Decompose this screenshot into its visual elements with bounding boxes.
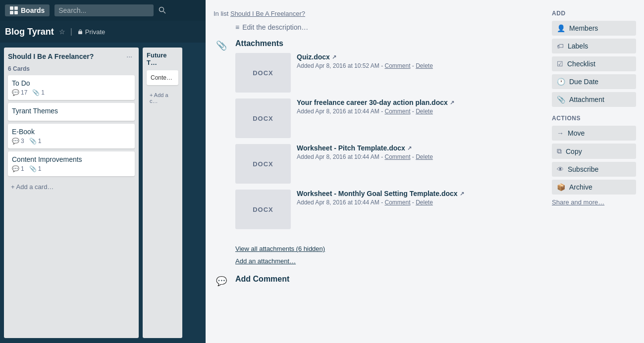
labels-label: Labels bbox=[568, 43, 588, 50]
attachment-name-4: Worksheet - Monthly Goal Setting Templat… bbox=[297, 190, 544, 197]
add-comment-section: 💬 Add Comment bbox=[214, 275, 544, 289]
add-card-button-2[interactable]: + Add a c… bbox=[147, 90, 178, 106]
checklist-icon: ☑ bbox=[557, 60, 563, 68]
archive-button[interactable]: 📦 Archive bbox=[552, 180, 636, 195]
card-title: Tyrant Themes bbox=[12, 107, 131, 115]
attachment-info-1: Quiz.docx ↗ Added Apr 8, 2016 at 10:52 A… bbox=[297, 53, 544, 69]
board-title: Blog Tyrant bbox=[5, 27, 54, 37]
attachment-meta-2: Added Apr 8, 2016 at 10:44 AM - Comment … bbox=[297, 108, 544, 115]
attachments-title: Attachments bbox=[235, 43, 544, 48]
attachment-comment-1[interactable]: Comment bbox=[384, 62, 410, 69]
paperclip-sidebar-icon: 📎 bbox=[557, 96, 565, 103]
card-ebook[interactable]: E-Book 💬 3 📎 1 bbox=[8, 124, 135, 148]
svg-rect-0 bbox=[10, 6, 13, 10]
attachment-label: Attachment bbox=[569, 96, 604, 103]
attachment-info-4: Worksheet - Monthly Goal Setting Templat… bbox=[297, 190, 544, 206]
attachment-link-1[interactable]: Quiz.docx bbox=[297, 53, 330, 61]
attachment-button[interactable]: 📎 Attachment bbox=[552, 92, 636, 107]
boards-label: Boards bbox=[21, 6, 45, 14]
attachment-link-4[interactable]: Worksheet - Monthly Goal Setting Templat… bbox=[297, 190, 458, 197]
move-label: Move bbox=[568, 129, 585, 137]
card-todo[interactable]: To Do 💬 17 📎 1 bbox=[8, 75, 135, 100]
view-all-attachments-link[interactable]: View all attachments (6 hidden) bbox=[235, 245, 544, 252]
attachment-comment-4[interactable]: Comment bbox=[384, 199, 410, 206]
svg-rect-1 bbox=[14, 6, 18, 10]
attachment-delete-2[interactable]: Delete bbox=[416, 108, 433, 115]
comment-section-icon: 💬 bbox=[214, 275, 229, 289]
card-comments: 💬 1 bbox=[12, 165, 24, 172]
attachment-link-2[interactable]: Your freelance career 30-day action plan… bbox=[297, 98, 448, 106]
attachment-comment-2[interactable]: Comment bbox=[384, 108, 410, 115]
card-tyrant-themes[interactable]: Tyrant Themes bbox=[8, 103, 135, 121]
checklist-button[interactable]: ☑ Checklist bbox=[552, 56, 636, 71]
actions-section-title: Actions bbox=[552, 115, 636, 122]
attachment-delete-4[interactable]: Delete bbox=[416, 199, 433, 206]
card-comments: 💬 17 bbox=[12, 89, 27, 96]
attachment-comment-3[interactable]: Comment bbox=[384, 153, 410, 160]
attachment-name-3: Worksheet - Pitch Template.docx ↗ bbox=[297, 144, 544, 152]
labels-button[interactable]: 🏷 Labels bbox=[552, 43, 636, 53]
grid-icon bbox=[10, 6, 18, 14]
attachment-item-1: DOCX Quiz.docx ↗ Added Apr 8, 2016 at 10… bbox=[235, 53, 544, 93]
list-2: Future T… Conte… + Add a c… bbox=[143, 48, 182, 338]
external-link-icon-2: ↗ bbox=[450, 99, 454, 106]
attachment-name-2: Your freelance career 30-day action plan… bbox=[297, 98, 544, 106]
card-meta: 💬 3 📎 1 bbox=[12, 138, 131, 145]
list-menu-button[interactable]: ··· bbox=[124, 51, 135, 61]
star-icon[interactable]: ☆ bbox=[59, 28, 65, 36]
attachment-item-3: DOCX Worksheet - Pitch Template.docx ↗ A… bbox=[235, 144, 544, 184]
due-date-button[interactable]: 🕐 Due Date bbox=[552, 74, 636, 89]
card-meta: 💬 17 📎 1 bbox=[12, 89, 131, 96]
external-link-icon-3: ↗ bbox=[407, 145, 412, 151]
copy-button[interactable]: ⧉ Copy bbox=[552, 144, 636, 159]
move-button[interactable]: → Move bbox=[552, 126, 636, 141]
list-title: Should I Be A Freelancer? bbox=[8, 52, 94, 60]
external-link-icon-4: ↗ bbox=[460, 191, 464, 197]
list-header: Future T… bbox=[147, 51, 178, 66]
attachment-docx-label-4: DOCX bbox=[253, 206, 273, 213]
add-card-button[interactable]: + Add a card… bbox=[8, 181, 135, 193]
comment-icon: 💬 bbox=[12, 89, 19, 96]
share-more-link[interactable]: Share and more… bbox=[552, 198, 636, 206]
add-attachment-link[interactable]: Add an attachment… bbox=[235, 257, 544, 265]
comment-icon: 💬 bbox=[12, 165, 19, 172]
paperclip-icon: 📎 bbox=[29, 138, 37, 145]
attachment-thumb-2: DOCX bbox=[235, 98, 291, 138]
card-title: Content Improvements bbox=[12, 155, 131, 163]
external-link-icon-1: ↗ bbox=[332, 54, 336, 60]
attachment-delete-1[interactable]: Delete bbox=[416, 62, 433, 69]
lock-icon bbox=[77, 29, 83, 35]
attachment-item-2: DOCX Your freelance career 30-day action… bbox=[235, 98, 544, 138]
archive-icon: 📦 bbox=[557, 183, 565, 191]
attachment-item-4: DOCX Worksheet - Monthly Goal Setting Te… bbox=[235, 190, 544, 229]
card-title: To Do bbox=[12, 79, 131, 87]
svg-rect-2 bbox=[10, 11, 13, 14]
modal-sidebar: Add 👤 Members 🏷 Labels ☑ Checklist 🕐 Due… bbox=[552, 43, 636, 206]
card-attachments: 📎 1 bbox=[32, 89, 45, 96]
card-content-improvements[interactable]: Content Improvements 💬 1 📎 1 bbox=[8, 151, 135, 176]
card-meta: 💬 1 📎 1 bbox=[12, 165, 131, 172]
attachment-delete-3[interactable]: Delete bbox=[416, 153, 433, 160]
clock-icon: 🕐 bbox=[557, 78, 565, 86]
subscribe-button[interactable]: 👁 Subscribe bbox=[552, 162, 636, 177]
attachment-info-3: Worksheet - Pitch Template.docx ↗ Added … bbox=[297, 144, 544, 160]
attachments-content: Attachments DOCX Quiz.docx ↗ bbox=[235, 43, 544, 235]
boards-button[interactable]: Boards bbox=[5, 4, 50, 16]
attachment-docx-label-1: DOCX bbox=[253, 69, 273, 77]
attachment-name-1: Quiz.docx ↗ bbox=[297, 53, 544, 61]
checklist-label: Checklist bbox=[567, 60, 595, 68]
search-input[interactable] bbox=[54, 4, 154, 16]
card-modal: In list Should I Be A Freelancer? ≡ Edit… bbox=[206, 43, 644, 343]
due-date-label: Due Date bbox=[569, 78, 598, 86]
svg-rect-3 bbox=[14, 11, 18, 14]
svg-point-4 bbox=[160, 7, 164, 12]
board-visibility: Private bbox=[77, 28, 105, 36]
card-attachments: 📎 1 bbox=[29, 165, 42, 172]
attachments-section: 📎 Attachments DOCX Quiz.docx ↗ bbox=[214, 43, 544, 235]
copy-icon: ⧉ bbox=[557, 147, 562, 155]
eye-icon: 👁 bbox=[557, 165, 564, 173]
card-comments: 💬 3 bbox=[12, 138, 24, 145]
attachment-link-3[interactable]: Worksheet - Pitch Template.docx bbox=[297, 144, 405, 152]
card-partial[interactable]: Conte… bbox=[147, 70, 178, 85]
copy-label: Copy bbox=[566, 147, 582, 155]
